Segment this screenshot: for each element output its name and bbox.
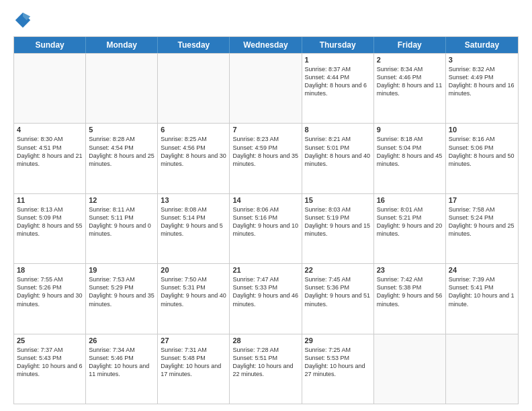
cal-cell: 20Sunrise: 7:50 AMSunset: 5:31 PMDayligh… bbox=[158, 264, 230, 333]
cal-cell bbox=[86, 54, 158, 123]
day-number: 3 bbox=[449, 56, 515, 64]
day-number: 10 bbox=[449, 126, 515, 134]
day-number: 14 bbox=[232, 196, 298, 204]
day-number: 21 bbox=[232, 266, 298, 274]
cal-cell: 25Sunrise: 7:37 AMSunset: 5:43 PMDayligh… bbox=[14, 334, 86, 404]
cell-content: Sunrise: 7:39 AMSunset: 5:41 PMDaylight:… bbox=[449, 275, 515, 308]
cal-cell: 29Sunrise: 7:25 AMSunset: 5:53 PMDayligh… bbox=[302, 334, 374, 404]
day-header-thursday: Thursday bbox=[302, 37, 374, 53]
cal-cell: 14Sunrise: 8:06 AMSunset: 5:16 PMDayligh… bbox=[230, 194, 302, 263]
cell-content: Sunrise: 8:11 AMSunset: 5:11 PMDaylight:… bbox=[89, 205, 154, 238]
day-number: 27 bbox=[161, 336, 226, 345]
day-number: 9 bbox=[377, 126, 443, 134]
cal-cell: 24Sunrise: 7:39 AMSunset: 5:41 PMDayligh… bbox=[446, 264, 518, 333]
day-number: 24 bbox=[449, 266, 515, 274]
cell-content: Sunrise: 7:47 AMSunset: 5:33 PMDaylight:… bbox=[232, 275, 298, 308]
week-row-4: 18Sunrise: 7:55 AMSunset: 5:26 PMDayligh… bbox=[14, 263, 518, 333]
cell-content: Sunrise: 8:28 AMSunset: 4:54 PMDaylight:… bbox=[89, 135, 154, 168]
cell-content: Sunrise: 8:13 AMSunset: 5:09 PMDaylight:… bbox=[17, 205, 83, 238]
cal-cell: 19Sunrise: 7:53 AMSunset: 5:29 PMDayligh… bbox=[86, 264, 158, 333]
cal-cell: 26Sunrise: 7:34 AMSunset: 5:46 PMDayligh… bbox=[86, 334, 158, 404]
cell-content: Sunrise: 8:23 AMSunset: 4:59 PMDaylight:… bbox=[232, 135, 298, 168]
calendar-header: SundayMondayTuesdayWednesdayThursdayFrid… bbox=[14, 37, 518, 53]
cal-cell: 16Sunrise: 8:01 AMSunset: 5:21 PMDayligh… bbox=[374, 194, 446, 263]
cal-cell bbox=[374, 334, 446, 404]
cal-cell: 9Sunrise: 8:18 AMSunset: 5:04 PMDaylight… bbox=[374, 124, 446, 193]
day-number: 18 bbox=[17, 266, 83, 274]
cal-cell: 8Sunrise: 8:21 AMSunset: 5:01 PMDaylight… bbox=[302, 124, 374, 193]
cal-cell bbox=[14, 54, 86, 123]
day-number: 16 bbox=[377, 196, 443, 204]
cal-cell: 1Sunrise: 8:37 AMSunset: 4:44 PMDaylight… bbox=[302, 54, 374, 123]
cal-cell: 6Sunrise: 8:25 AMSunset: 4:56 PMDaylight… bbox=[158, 124, 230, 193]
cal-cell: 11Sunrise: 8:13 AMSunset: 5:09 PMDayligh… bbox=[14, 194, 86, 263]
cal-cell: 21Sunrise: 7:47 AMSunset: 5:33 PMDayligh… bbox=[230, 264, 302, 333]
cal-cell: 3Sunrise: 8:32 AMSunset: 4:49 PMDaylight… bbox=[446, 54, 518, 123]
cal-cell bbox=[230, 54, 302, 123]
day-header-tuesday: Tuesday bbox=[158, 37, 230, 53]
cal-cell bbox=[158, 54, 230, 123]
cell-content: Sunrise: 7:37 AMSunset: 5:43 PMDaylight:… bbox=[17, 346, 83, 379]
week-row-3: 11Sunrise: 8:13 AMSunset: 5:09 PMDayligh… bbox=[14, 193, 518, 263]
day-number: 4 bbox=[17, 126, 83, 134]
week-row-1: 1Sunrise: 8:37 AMSunset: 4:44 PMDaylight… bbox=[14, 53, 518, 123]
cal-cell bbox=[446, 334, 518, 404]
day-number: 20 bbox=[161, 266, 226, 274]
day-number: 13 bbox=[161, 196, 226, 204]
page: SundayMondayTuesdayWednesdayThursdayFrid… bbox=[0, 0, 532, 411]
day-number: 29 bbox=[305, 336, 371, 345]
cell-content: Sunrise: 8:16 AMSunset: 5:06 PMDaylight:… bbox=[449, 135, 515, 168]
logo bbox=[13, 11, 35, 30]
cell-content: Sunrise: 8:32 AMSunset: 4:49 PMDaylight:… bbox=[449, 65, 515, 98]
day-number: 11 bbox=[17, 196, 83, 204]
cal-cell: 4Sunrise: 8:30 AMSunset: 4:51 PMDaylight… bbox=[14, 124, 86, 193]
calendar: SundayMondayTuesdayWednesdayThursdayFrid… bbox=[13, 36, 519, 404]
cell-content: Sunrise: 7:25 AMSunset: 5:53 PMDaylight:… bbox=[305, 346, 371, 379]
cell-content: Sunrise: 7:55 AMSunset: 5:26 PMDaylight:… bbox=[17, 275, 83, 308]
cell-content: Sunrise: 7:50 AMSunset: 5:31 PMDaylight:… bbox=[161, 275, 226, 308]
cal-cell: 5Sunrise: 8:28 AMSunset: 4:54 PMDaylight… bbox=[86, 124, 158, 193]
cell-content: Sunrise: 8:37 AMSunset: 4:44 PMDaylight:… bbox=[305, 65, 371, 98]
day-header-friday: Friday bbox=[374, 37, 446, 53]
cal-cell: 28Sunrise: 7:28 AMSunset: 5:51 PMDayligh… bbox=[230, 334, 302, 404]
cal-cell: 22Sunrise: 7:45 AMSunset: 5:36 PMDayligh… bbox=[302, 264, 374, 333]
day-number: 26 bbox=[89, 336, 154, 345]
day-number: 5 bbox=[89, 126, 154, 134]
cal-cell: 10Sunrise: 8:16 AMSunset: 5:06 PMDayligh… bbox=[446, 124, 518, 193]
day-header-sunday: Sunday bbox=[14, 37, 86, 53]
header bbox=[13, 11, 519, 30]
cal-cell: 15Sunrise: 8:03 AMSunset: 5:19 PMDayligh… bbox=[302, 194, 374, 263]
cell-content: Sunrise: 7:58 AMSunset: 5:24 PMDaylight:… bbox=[449, 205, 515, 238]
day-number: 25 bbox=[17, 336, 83, 345]
cell-content: Sunrise: 8:21 AMSunset: 5:01 PMDaylight:… bbox=[305, 135, 371, 168]
day-number: 19 bbox=[89, 266, 154, 274]
logo-icon bbox=[13, 11, 32, 30]
cell-content: Sunrise: 8:30 AMSunset: 4:51 PMDaylight:… bbox=[17, 135, 83, 168]
cal-cell: 12Sunrise: 8:11 AMSunset: 5:11 PMDayligh… bbox=[86, 194, 158, 263]
day-header-saturday: Saturday bbox=[446, 37, 518, 53]
cal-cell: 18Sunrise: 7:55 AMSunset: 5:26 PMDayligh… bbox=[14, 264, 86, 333]
cell-content: Sunrise: 7:31 AMSunset: 5:48 PMDaylight:… bbox=[161, 346, 226, 379]
day-number: 2 bbox=[377, 56, 443, 64]
day-header-wednesday: Wednesday bbox=[230, 37, 302, 53]
cal-cell: 7Sunrise: 8:23 AMSunset: 4:59 PMDaylight… bbox=[230, 124, 302, 193]
day-number: 12 bbox=[89, 196, 154, 204]
week-row-2: 4Sunrise: 8:30 AMSunset: 4:51 PMDaylight… bbox=[14, 123, 518, 193]
cell-content: Sunrise: 7:45 AMSunset: 5:36 PMDaylight:… bbox=[305, 275, 371, 308]
day-number: 22 bbox=[305, 266, 371, 274]
cell-content: Sunrise: 8:08 AMSunset: 5:14 PMDaylight:… bbox=[161, 205, 226, 238]
cal-cell: 17Sunrise: 7:58 AMSunset: 5:24 PMDayligh… bbox=[446, 194, 518, 263]
cell-content: Sunrise: 8:01 AMSunset: 5:21 PMDaylight:… bbox=[377, 205, 443, 238]
cell-content: Sunrise: 7:34 AMSunset: 5:46 PMDaylight:… bbox=[89, 346, 154, 379]
cell-content: Sunrise: 7:42 AMSunset: 5:38 PMDaylight:… bbox=[377, 275, 443, 308]
cell-content: Sunrise: 8:34 AMSunset: 4:46 PMDaylight:… bbox=[377, 65, 443, 98]
week-row-5: 25Sunrise: 7:37 AMSunset: 5:43 PMDayligh… bbox=[14, 334, 518, 404]
day-number: 8 bbox=[305, 126, 371, 134]
cal-cell: 23Sunrise: 7:42 AMSunset: 5:38 PMDayligh… bbox=[374, 264, 446, 333]
day-number: 17 bbox=[449, 196, 515, 204]
cal-cell: 27Sunrise: 7:31 AMSunset: 5:48 PMDayligh… bbox=[158, 334, 230, 404]
day-number: 15 bbox=[305, 196, 371, 204]
cell-content: Sunrise: 8:18 AMSunset: 5:04 PMDaylight:… bbox=[377, 135, 443, 168]
cell-content: Sunrise: 8:06 AMSunset: 5:16 PMDaylight:… bbox=[232, 205, 298, 238]
day-number: 7 bbox=[232, 126, 298, 134]
